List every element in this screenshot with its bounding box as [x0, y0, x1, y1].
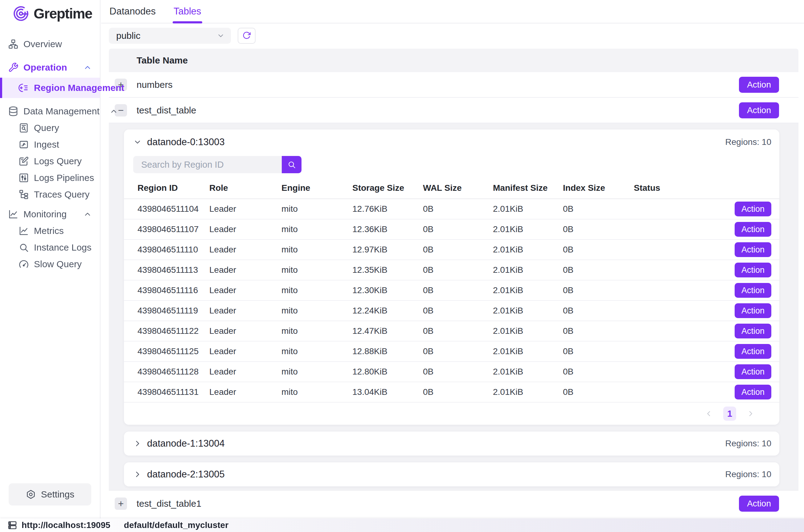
- tables-table: Table Name + numbers Action − test_dist_…: [109, 49, 799, 516]
- sidebar-item-logs-pipelines[interactable]: Logs Pipelines: [0, 170, 100, 186]
- region-index: 0B: [563, 346, 634, 356]
- region-row: 4398046511104 Leader mito 12.76KiB 0B 2.…: [124, 199, 779, 220]
- sidebar-item-query[interactable]: Query: [0, 119, 100, 136]
- region-engine: mito: [282, 265, 352, 275]
- datanode-1-header[interactable]: datanode-1:13004 Regions: 10: [124, 432, 779, 456]
- datanode-2-header[interactable]: datanode-2:13005 Regions: 10: [124, 462, 779, 487]
- region-manifest: 2.01KiB: [493, 245, 563, 254]
- region-engine: mito: [282, 204, 352, 214]
- action-button[interactable]: Action: [735, 324, 771, 338]
- datanode-panel: datanode-0:13003 Regions: 10 Region ID R…: [109, 123, 799, 491]
- sidebar-item-traces-query[interactable]: Traces Query: [0, 186, 100, 203]
- action-button[interactable]: Action: [735, 263, 771, 278]
- sidebar-item-instance-logs[interactable]: Instance Logs: [0, 239, 100, 256]
- page-number[interactable]: 1: [723, 406, 736, 421]
- schema-select[interactable]: public: [109, 28, 231, 44]
- chevron-up-icon[interactable]: [83, 210, 92, 218]
- sidebar-item-region-management[interactable]: Region Management: [0, 78, 100, 98]
- datanode-name: datanode-1:13004: [147, 438, 225, 449]
- sidebar-group-operation[interactable]: Operation: [0, 59, 100, 76]
- chevron-left-icon[interactable]: [705, 410, 713, 418]
- column-status: Status: [634, 183, 771, 193]
- action-button[interactable]: Action: [735, 364, 771, 379]
- region-storage: 12.80KiB: [352, 367, 423, 377]
- region-wal: 0B: [423, 285, 493, 295]
- region-row: 4398046511122 Leader mito 12.47KiB 0B 2.…: [124, 321, 779, 342]
- table-name: test_dist_table1: [137, 498, 201, 509]
- sidebar-item-label: Metrics: [34, 226, 64, 236]
- region-wal: 0B: [423, 387, 493, 397]
- action-button[interactable]: Action: [735, 242, 771, 257]
- tree-icon: [19, 189, 29, 200]
- datanode-0-header[interactable]: datanode-0:13003 Regions: 10: [124, 130, 779, 153]
- sidebar-group-label: Operation: [23, 62, 67, 73]
- sidebar-item-ingest[interactable]: Ingest: [0, 136, 100, 153]
- region-wal: 0B: [423, 265, 493, 275]
- chevron-up-icon[interactable]: [83, 63, 92, 72]
- region-id: 4398046511128: [137, 367, 209, 377]
- region-search-input[interactable]: [133, 156, 282, 173]
- action-button[interactable]: Action: [735, 222, 771, 237]
- sidebar-item-label: Traces Query: [34, 189, 90, 200]
- table-row-test-dist-table1: + test_dist_table1 Action: [109, 491, 799, 516]
- region-engine: mito: [282, 224, 352, 234]
- region-management-icon: [19, 82, 29, 93]
- region-id: 4398046511104: [137, 204, 209, 214]
- action-button[interactable]: Action: [735, 202, 771, 216]
- region-storage: 12.24KiB: [352, 306, 423, 316]
- sidebar-item-label: Ingest: [34, 139, 59, 150]
- action-button[interactable]: Action: [739, 496, 779, 512]
- region-engine: mito: [282, 245, 352, 254]
- status-bar: http://localhost:19095 default/default_m…: [0, 518, 804, 532]
- settings-button[interactable]: Settings: [8, 483, 91, 506]
- region-index: 0B: [563, 306, 634, 316]
- table-name: test_dist_table: [137, 105, 196, 116]
- region-engine: mito: [282, 367, 352, 377]
- sidebar-group-monitoring[interactable]: Monitoring: [0, 206, 100, 223]
- chevron-down-icon: [217, 32, 225, 40]
- region-row: 4398046511125 Leader mito 12.88KiB 0B 2.…: [124, 342, 779, 362]
- action-button[interactable]: Action: [735, 283, 771, 298]
- regions-count: Regions: 10: [725, 470, 771, 479]
- tab-tables[interactable]: Tables: [174, 0, 201, 23]
- sidebar-group-data-management[interactable]: Data Management: [0, 103, 100, 119]
- region-index: 0B: [563, 245, 634, 254]
- region-engine: mito: [282, 306, 352, 316]
- sidebar-item-overview[interactable]: Overview: [0, 36, 100, 52]
- region-id: 4398046511107: [137, 224, 209, 234]
- column-manifest-size: Manifest Size: [493, 183, 563, 193]
- tab-datanodes[interactable]: Datanodes: [110, 0, 156, 23]
- gauge-icon: [19, 259, 29, 269]
- region-index: 0B: [563, 265, 634, 275]
- action-button[interactable]: Action: [735, 385, 771, 399]
- sidebar-item-logs-query[interactable]: Logs Query: [0, 153, 100, 170]
- region-id: 4398046511110: [137, 245, 209, 254]
- region-manifest: 2.01KiB: [493, 224, 563, 234]
- tab-label: Datanodes: [110, 6, 156, 17]
- action-button[interactable]: Action: [739, 77, 779, 93]
- sidebar-item-metrics[interactable]: Metrics: [0, 223, 100, 239]
- chevron-right-icon[interactable]: [747, 410, 755, 418]
- expand-button[interactable]: +: [115, 497, 127, 510]
- database-icon: [8, 106, 19, 116]
- document-search-icon: [19, 123, 29, 133]
- chevron-up-icon[interactable]: [110, 107, 118, 116]
- action-button[interactable]: Action: [735, 344, 771, 359]
- tables-table-header: Table Name: [109, 49, 799, 72]
- region-index: 0B: [563, 204, 634, 214]
- region-storage: 12.76KiB: [352, 204, 423, 214]
- schema-select-value: public: [116, 31, 140, 41]
- region-manifest: 2.01KiB: [493, 265, 563, 275]
- region-role: Leader: [209, 306, 282, 316]
- action-button[interactable]: Action: [735, 303, 771, 318]
- line-chart-icon: [19, 226, 29, 236]
- action-button[interactable]: Action: [739, 102, 779, 118]
- region-search-button[interactable]: [282, 156, 302, 173]
- sidebar-item-slow-query[interactable]: Slow Query: [0, 256, 100, 272]
- sidebar-nav: Overview Operation Region Management Dat…: [0, 22, 100, 272]
- refresh-button[interactable]: [238, 28, 255, 44]
- region-storage: 12.35KiB: [352, 265, 423, 275]
- region-row: 4398046511113 Leader mito 12.35KiB 0B 2.…: [124, 260, 779, 281]
- wrench-icon: [8, 62, 19, 73]
- search-icon: [287, 160, 296, 169]
